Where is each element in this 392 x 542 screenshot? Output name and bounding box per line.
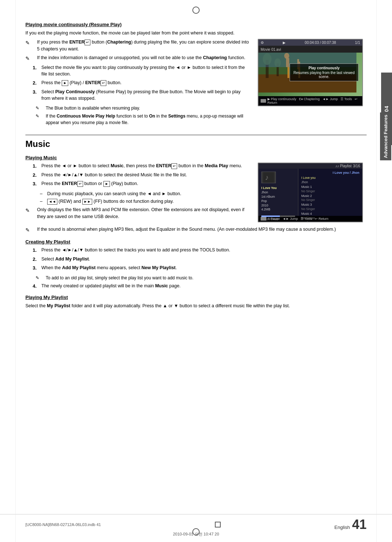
movie-icon: ⚙ xyxy=(261,41,264,45)
step-3-text: Select Play Continuously (Resume Play) b… xyxy=(41,89,250,102)
music-step-2-num: 2. xyxy=(33,172,41,179)
playlist-item-3: Music 3No Singer xyxy=(301,203,359,212)
music-screenshot: ♪♪ Playlist 3/16 ♪ I xyxy=(258,163,363,222)
playlist-item-1: Music 1No Singer xyxy=(301,185,359,194)
playlist-step-1: 1. Press the ◄/►/▲/▼ button to select th… xyxy=(33,247,367,254)
song-artist: Jhon xyxy=(261,190,295,195)
playlist-step-3: 3. When the Add My Playlist menu appears… xyxy=(33,264,367,272)
music-step-3: 3. Press the ENTER↵ button or ► (Play) b… xyxy=(33,180,250,188)
creating-note-icon: ✎ xyxy=(36,275,46,281)
overlay-line2: Resumes playing from the last viewed xyxy=(294,71,355,75)
music-steps: 1. Press the ◄ or ► button to select Mus… xyxy=(33,163,250,188)
sub-note-icon-2: ✎ xyxy=(36,113,46,119)
music-note-icon-2: ✎ xyxy=(25,226,36,234)
song-year: 2010 xyxy=(261,204,295,208)
note-text-1: If you press the ENTER↵ button (Chapteri… xyxy=(37,39,250,53)
playlist-step-4-num: 4. xyxy=(33,283,41,290)
playlist-item-2: Music 2No Singer xyxy=(301,194,359,203)
step-3: 3. Select Play Continuously (Resume Play… xyxy=(33,89,250,102)
music-step-1: 1. Press the ◄ or ► button to select Mus… xyxy=(33,163,250,170)
music-playlist-header: I Love you / Jhon xyxy=(301,171,359,174)
dash-text-2: ◄◄ (REW) and ►► (FF) buttons do not func… xyxy=(47,198,174,205)
playlist-step-3-num: 3. xyxy=(33,264,41,272)
movie-page: 1/1 xyxy=(355,41,360,45)
music-album-art: ♪ xyxy=(261,172,276,183)
song-size: 4.2MB xyxy=(261,208,295,212)
movie-screenshot: ⚙ ▶ 00:04:03 / 00:07:38 1/1 Movie 01.avi xyxy=(258,39,363,106)
overlay-line1: Play continuously xyxy=(294,66,355,70)
movie-main-area: Play continuously Resumes playing from t… xyxy=(258,53,362,96)
playlist-step-1-num: 1. xyxy=(33,247,41,254)
playing-my-playlist-section: Playing My Playlist Select the My Playli… xyxy=(25,295,367,309)
footer-right: English 41 xyxy=(334,518,367,531)
resume-play-intro: If you exit the playing movie function, … xyxy=(25,29,367,37)
movie-top-bar: ⚙ ▶ 00:04:03 / 00:07:38 1/1 xyxy=(258,40,362,46)
music-dash-2: – ◄◄ (REW) and ►► (FF) buttons do not fu… xyxy=(40,198,250,205)
step-1-num: 1. xyxy=(33,64,41,71)
chapter-label: 04 xyxy=(384,106,389,112)
playlist-item-5: Music 5No Singer xyxy=(301,221,359,222)
playlist-page: 3/16 xyxy=(353,164,360,168)
overlay-line3: scene. xyxy=(294,75,355,79)
step-1: 1. Select the movie file you want to pla… xyxy=(33,64,250,78)
song-title: I Love You xyxy=(261,186,295,190)
sub-note-icon-1: ✎ xyxy=(36,105,46,111)
movie-time: 00:04:03 / 00:07:38 xyxy=(305,41,336,45)
music-step-1-num: 1. xyxy=(33,163,41,170)
playlist-step-4: 4. The newly created or updated playlist… xyxy=(33,283,367,290)
creating-note-1: ✎ To add to an old play list, simply sel… xyxy=(36,275,367,281)
music-sum-btn xyxy=(261,217,266,221)
creating-playlist-steps: 1. Press the ◄/►/▲/▼ button to select th… xyxy=(33,247,367,272)
movie-filename: Movie 01.avi xyxy=(261,48,281,52)
music-step-3-text: Press the ENTER↵ button or ► (Play) butt… xyxy=(41,180,250,187)
footer-page-number: 41 xyxy=(352,518,367,531)
music-note-icon-1: ✎ xyxy=(25,207,36,214)
creating-playlist-step4: 4. The newly created or updated playlist… xyxy=(33,283,367,290)
music-step-2-text: Press the ◄/►/▲/▼ button to select the d… xyxy=(41,172,250,178)
movie-overlay: Play continuously Resumes playing from t… xyxy=(290,63,359,81)
sub-note-text-2: If the Continuous Movie Play Help functi… xyxy=(46,113,250,126)
music-left: 1. Press the ◄ or ► button to select Mus… xyxy=(25,163,250,222)
music-bottom-text: II Pause ◄► Jump ☰ Tools ↩ Return xyxy=(268,217,328,221)
note-index: ✎ If the index information is damaged or… xyxy=(25,54,250,62)
dash-icon-1: – xyxy=(40,190,47,197)
creating-note-text: To add to an old play list, simply selec… xyxy=(46,275,193,281)
svg-text:♪: ♪ xyxy=(265,173,269,181)
playlist-step-2-text: Select Add My Playlist. xyxy=(41,256,367,263)
song-genre: Pop xyxy=(261,199,295,204)
left-margin-line xyxy=(15,0,16,542)
music-right: ♪♪ Playlist 3/16 ♪ I xyxy=(258,163,367,222)
music-step-2: 2. Press the ◄/►/▲/▼ button to select th… xyxy=(33,172,250,179)
step-1-text: Select the movie file you want to play c… xyxy=(41,64,250,78)
creating-playlist-section: Creating My Playlist 1. Press the ◄/►/▲/… xyxy=(25,239,367,290)
music-main-area: ♪ I Love You Jhon 1st Album Pop 2010 4.2… xyxy=(258,169,362,216)
movie-bottom-bar: ▶ Play continuously E♦ Chaptering ◄► Jum… xyxy=(258,96,362,106)
music-section-title: Music xyxy=(25,139,367,149)
music-song-title: I Love You Jhon 1st Album Pop 2010 4.2MB xyxy=(261,186,295,212)
playlist-step-4-text: The newly created or updated playlist wi… xyxy=(41,283,367,290)
music-step-1-text: Press the ◄ or ► button to select Music,… xyxy=(41,163,250,169)
music-left-panel: ♪ I Love You Jhon 1st Album Pop 2010 4.2… xyxy=(258,169,298,216)
bottom-decoration xyxy=(192,528,200,535)
playing-my-playlist-text: Select the My Playlist folder and it wil… xyxy=(25,302,367,309)
note-chaptering: ✎ If you press the ENTER↵ button (Chapte… xyxy=(25,39,250,53)
advanced-features-label: Advanced Features xyxy=(380,112,391,160)
playlist-step-2: 2. Select Add My Playlist. xyxy=(33,256,367,263)
music-note-svg: ♪ xyxy=(263,172,274,183)
music-step-3-num: 3. xyxy=(33,180,41,188)
resume-play-content: ✎ If you press the ENTER↵ button (Chapte… xyxy=(25,39,367,127)
playlist-label: ♪♪ Playlist xyxy=(335,164,351,168)
sub-note-text-1: The Blue button is available when resumi… xyxy=(46,105,140,111)
playlist-step-1-text: Press the ◄/►/▲/▼ button to select the t… xyxy=(41,247,367,254)
music-section: Music Playing Music 1. Press the ◄ or ► … xyxy=(25,135,367,309)
footer-english-label: English xyxy=(334,525,350,530)
resume-play-section: Playing movie continuously (Resume Play)… xyxy=(25,22,367,127)
top-decoration xyxy=(192,7,200,14)
resume-play-title: Playing movie continuously (Resume Play) xyxy=(25,22,367,27)
music-right-panel: I Love you / Jhon I Love youJhon Music 1… xyxy=(298,169,362,216)
music-content: 1. Press the ◄ or ► button to select Mus… xyxy=(25,163,367,222)
sub-note-1: ✎ The Blue button is available when resu… xyxy=(36,105,250,111)
playlist-item-0: I Love youJhon xyxy=(301,176,359,185)
dash-text-1: During music playback, you can search us… xyxy=(47,190,181,197)
note-text-2: If the index information is damaged or u… xyxy=(37,54,250,61)
